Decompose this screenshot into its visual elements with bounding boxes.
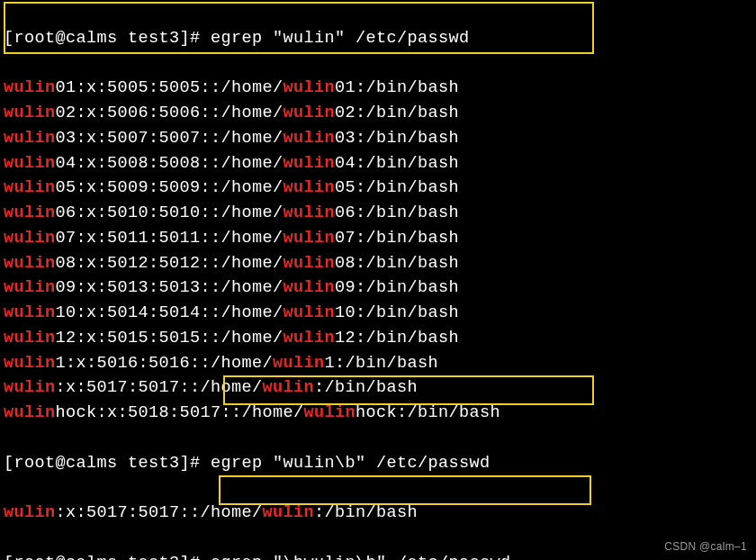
row-rest: 12:x:5015:5015::/home/ bbox=[56, 329, 284, 348]
row-rest: 01:x:5005:5005::/home/ bbox=[56, 78, 284, 97]
row-rest: 05:/bin/bash bbox=[335, 178, 459, 197]
match-text: wulin bbox=[284, 104, 336, 122]
row-rest: :/bin/bash bbox=[314, 503, 418, 522]
row-rest: 06:/bin/bash bbox=[335, 203, 459, 222]
output-row: wulin12:x:5015:5015::/home/wulin12:/bin/… bbox=[4, 326, 752, 351]
command-text: egrep "\bwulin\b" /etc/passwd bbox=[211, 554, 511, 561]
row-rest: 07:x:5011:5011::/home/ bbox=[56, 229, 284, 248]
match-text: wulin bbox=[4, 254, 56, 273]
row-rest: 02:/bin/bash bbox=[335, 104, 459, 122]
match-text: wulin bbox=[4, 303, 56, 322]
terminal-output: [root@calms test3]# egrep "wulin" /etc/p… bbox=[0, 0, 756, 560]
match-text: wulin bbox=[273, 354, 325, 373]
row-rest: 09:/bin/bash bbox=[335, 278, 459, 297]
match-text: wulin bbox=[4, 354, 56, 373]
match-text: wulin bbox=[4, 329, 56, 348]
output-row: wulin08:x:5012:5012::/home/wulin08:/bin/… bbox=[4, 251, 752, 276]
match-text: wulin bbox=[284, 129, 336, 148]
output-row: wulin05:x:5009:5009::/home/wulin05:/bin/… bbox=[4, 176, 752, 201]
match-text: wulin bbox=[4, 154, 56, 173]
match-text: wulin bbox=[4, 278, 56, 297]
row-rest: 04:x:5008:5008::/home/ bbox=[56, 154, 284, 173]
output-row: wulin09:x:5013:5013::/home/wulin09:/bin/… bbox=[4, 275, 752, 301]
command-text: egrep "wulin\b" /etc/passwd bbox=[211, 454, 490, 473]
row-rest: 08:/bin/bash bbox=[335, 254, 459, 273]
row-rest: 02:x:5006:5006::/home/ bbox=[56, 104, 284, 122]
row-rest: 10:/bin/bash bbox=[335, 303, 459, 322]
row-rest: 12:/bin/bash bbox=[335, 329, 459, 348]
output-row: wulin07:x:5011:5011::/home/wulin07:/bin/… bbox=[4, 226, 752, 251]
shell-prompt: [root@calms test3]# bbox=[4, 29, 201, 48]
output-row: wulin1:x:5016:5016::/home/wulin1:/bin/ba… bbox=[4, 351, 752, 376]
match-text: wulin bbox=[4, 403, 56, 422]
row-rest: 05:x:5009:5009::/home/ bbox=[56, 178, 284, 197]
match-text: wulin bbox=[284, 278, 336, 297]
row-rest: 03:x:5007:5007::/home/ bbox=[56, 129, 284, 148]
match-text: wulin bbox=[284, 229, 336, 248]
row-rest: 1:x:5016:5016::/home/ bbox=[56, 354, 274, 373]
row-rest: :x:5017:5017::/home/ bbox=[56, 378, 263, 397]
match-text: wulin bbox=[284, 303, 336, 322]
match-text: wulin bbox=[263, 503, 315, 522]
match-text: wulin bbox=[4, 178, 56, 197]
match-text: wulin bbox=[4, 203, 56, 222]
output-row: wulin02:x:5006:5006::/home/wulin02:/bin/… bbox=[4, 101, 752, 126]
space bbox=[201, 29, 212, 48]
match-text: wulin bbox=[284, 329, 336, 348]
match-text: wulin bbox=[304, 403, 356, 422]
watermark-text: CSDN @calm–1 bbox=[664, 538, 747, 555]
command-line-2[interactable]: [root@calms test3]# egrep "wulin\b" /etc… bbox=[4, 451, 752, 476]
match-text: wulin bbox=[284, 154, 336, 173]
match-text: wulin bbox=[4, 378, 56, 397]
output-row: wulin01:x:5005:5005::/home/wulin01:/bin/… bbox=[4, 76, 752, 101]
match-text: wulin bbox=[4, 229, 56, 248]
row-rest: 1:/bin/bash bbox=[325, 354, 439, 373]
space bbox=[201, 454, 212, 473]
row-rest: 10:x:5014:5014::/home/ bbox=[56, 303, 284, 322]
match-text: wulin bbox=[284, 178, 336, 197]
output-rows: wulin01:x:5005:5005::/home/wulin01:/bin/… bbox=[4, 76, 752, 426]
command-line-3[interactable]: [root@calms test3]# egrep "\bwulin\b" /e… bbox=[4, 551, 752, 561]
shell-prompt: [root@calms test3]# bbox=[4, 554, 201, 561]
match-text: wulin bbox=[263, 378, 315, 397]
space bbox=[201, 554, 212, 561]
row-rest: hock:x:5018:5017::/home/ bbox=[56, 403, 304, 422]
row-rest: 03:/bin/bash bbox=[335, 129, 459, 148]
match-text: wulin bbox=[4, 104, 56, 122]
output-row: wulin10:x:5014:5014::/home/wulin10:/bin/… bbox=[4, 301, 752, 326]
match-text: wulin bbox=[4, 78, 56, 97]
row-rest: hock:/bin/bash bbox=[356, 403, 500, 422]
match-text: wulin bbox=[284, 203, 336, 222]
output-row: wulin:x:5017:5017::/home/wulin:/bin/bash bbox=[4, 501, 752, 526]
output-row: wulin04:x:5008:5008::/home/wulin04:/bin/… bbox=[4, 151, 752, 176]
row-rest: 04:/bin/bash bbox=[335, 154, 459, 173]
output-row: wulin03:x:5007:5007::/home/wulin03:/bin/… bbox=[4, 126, 752, 151]
row-rest: 07:/bin/bash bbox=[335, 229, 459, 248]
command-line-1[interactable]: [root@calms test3]# egrep "wulin" /etc/p… bbox=[4, 26, 752, 51]
match-text: wulin bbox=[4, 129, 56, 148]
output-row: wulinhock:x:5018:5017::/home/wulinhock:/… bbox=[4, 401, 752, 426]
match-text: wulin bbox=[4, 503, 56, 522]
shell-prompt: [root@calms test3]# bbox=[4, 454, 201, 473]
output-row: wulin:x:5017:5017::/home/wulin:/bin/bash bbox=[4, 375, 752, 401]
output-row: wulin06:x:5010:5010::/home/wulin06:/bin/… bbox=[4, 201, 752, 226]
row-rest: 08:x:5012:5012::/home/ bbox=[56, 254, 284, 273]
row-rest: 01:/bin/bash bbox=[335, 78, 459, 97]
row-rest: 06:x:5010:5010::/home/ bbox=[56, 203, 284, 222]
row-rest: 09:x:5013:5013::/home/ bbox=[56, 278, 284, 297]
command-text: egrep "wulin" /etc/passwd bbox=[211, 29, 470, 48]
row-rest: :x:5017:5017::/home/ bbox=[56, 503, 263, 522]
match-text: wulin bbox=[284, 254, 336, 273]
match-text: wulin bbox=[284, 78, 336, 97]
row-rest: :/bin/bash bbox=[314, 378, 418, 397]
